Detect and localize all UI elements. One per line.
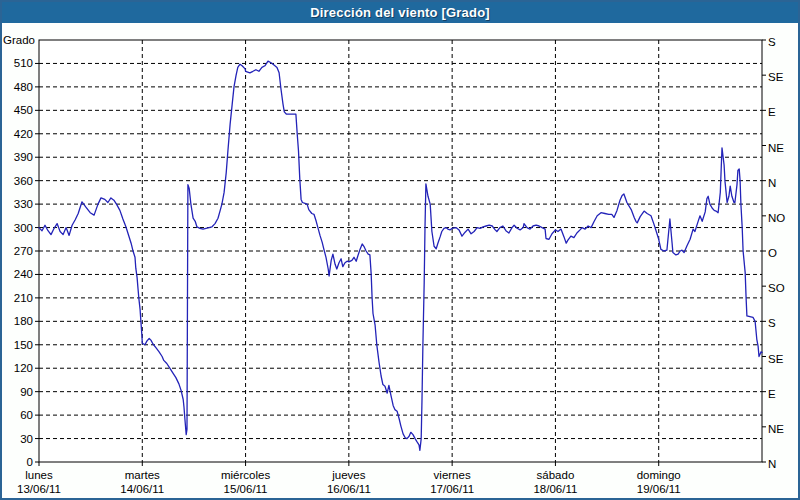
- y-right-compass-label: N: [768, 458, 776, 470]
- y-left-tick-label: 390: [14, 151, 33, 163]
- y-right-compass-label: SE: [768, 71, 784, 83]
- y-left-tick-label: 90: [20, 386, 33, 398]
- y-right-compass-label: E: [768, 106, 776, 118]
- y-right-compass-label: NE: [768, 423, 784, 435]
- y-right-compass-label: N: [768, 177, 776, 189]
- y-left-tick-label: 270: [14, 245, 33, 257]
- window-title-bar: Dirección del viento [Grado]: [2, 2, 798, 23]
- x-day-name-label: domingo: [637, 469, 681, 481]
- x-day-date-label: 16/06/11: [327, 483, 371, 495]
- x-day-date-label: 13/06/11: [17, 483, 61, 495]
- y-left-tick-label: 150: [14, 339, 33, 351]
- y-left-tick-label: 210: [14, 292, 33, 304]
- chart-region: 0306090120150180210240270300330360390420…: [2, 23, 798, 498]
- chart-window: Dirección del viento [Grado] 03060901201…: [0, 0, 800, 500]
- y-axis-title: Grado: [3, 34, 35, 46]
- y-right-compass-label: SE: [768, 353, 784, 365]
- window-title: Dirección del viento [Grado]: [310, 5, 490, 20]
- y-left-tick-label: 0: [27, 456, 33, 468]
- y-right-compass-label: E: [768, 388, 776, 400]
- y-left-tick-label: 450: [14, 104, 33, 116]
- y-left-tick-label: 330: [14, 198, 33, 210]
- x-day-name-label: jueves: [331, 469, 365, 481]
- x-day-name-label: viernes: [434, 469, 471, 481]
- y-right-compass-label: S: [768, 36, 776, 48]
- y-left-tick-label: 120: [14, 362, 33, 374]
- x-day-name-label: lunes: [25, 469, 53, 481]
- y-right-compass-label: S: [768, 317, 776, 329]
- y-left-tick-label: 360: [14, 175, 33, 187]
- y-left-tick-label: 480: [14, 81, 33, 93]
- y-left-tick-label: 180: [14, 315, 33, 327]
- x-day-name-label: sábado: [537, 469, 575, 481]
- x-day-name-label: miércoles: [221, 469, 270, 481]
- y-right-compass-label: SO: [768, 282, 785, 294]
- x-day-date-label: 14/06/11: [120, 483, 164, 495]
- wind-direction-chart[interactable]: 0306090120150180210240270300330360390420…: [2, 23, 798, 498]
- x-day-date-label: 19/06/11: [637, 483, 681, 495]
- y-left-tick-label: 60: [20, 409, 33, 421]
- y-left-tick-label: 420: [14, 128, 33, 140]
- x-day-date-label: 15/06/11: [224, 483, 268, 495]
- x-day-date-label: 18/06/11: [533, 483, 577, 495]
- y-left-tick-label: 300: [14, 222, 33, 234]
- x-day-name-label: martes: [125, 469, 160, 481]
- y-left-tick-label: 30: [20, 433, 33, 445]
- y-left-tick-label: 240: [14, 268, 33, 280]
- y-right-compass-label: NO: [768, 212, 785, 224]
- y-right-compass-label: O: [768, 247, 777, 259]
- y-right-compass-label: NE: [768, 142, 784, 154]
- x-day-date-label: 17/06/11: [430, 483, 474, 495]
- y-left-tick-label: 510: [14, 57, 33, 69]
